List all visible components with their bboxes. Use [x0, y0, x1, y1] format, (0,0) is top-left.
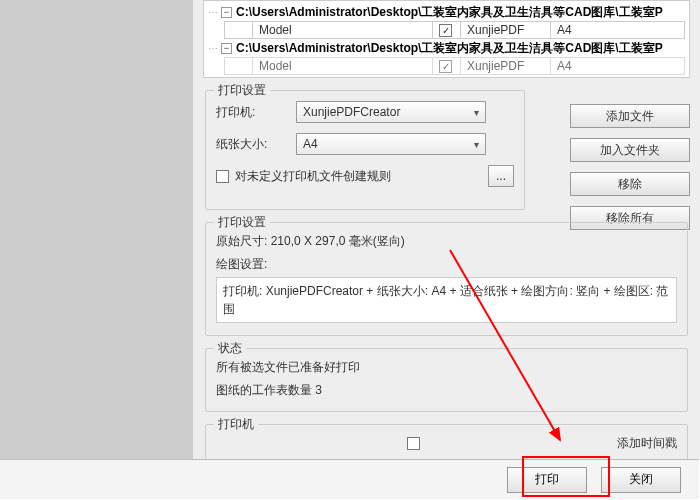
tree-connector-icon: ⋯ [208, 43, 217, 54]
add-file-button[interactable]: 添加文件 [570, 104, 690, 128]
collapse-icon[interactable]: − [221, 43, 232, 54]
tree-leaf-icon [224, 21, 252, 39]
main-panel: ⋯ − C:\Users\Administrator\Desktop\工装室内家… [193, 0, 700, 459]
file-path[interactable]: C:\Users\Administrator\Desktop\工装室内家具及卫生… [236, 40, 663, 57]
tree-leaf-icon [224, 57, 252, 75]
add-folder-button[interactable]: 加入文件夹 [570, 138, 690, 162]
check-cell[interactable]: ✓ [432, 21, 460, 39]
paper-size-select[interactable]: A4 [296, 133, 486, 155]
remove-button[interactable]: 移除 [570, 172, 690, 196]
timestamp-checkbox[interactable] [407, 437, 420, 450]
sheet-count-text: 图纸的工作表数量 3 [216, 382, 677, 399]
checkbox-icon[interactable]: ✓ [439, 24, 452, 37]
sidebar-background [0, 0, 193, 459]
paper-cell[interactable]: A4 [550, 57, 685, 75]
table-row[interactable]: Model ✓ XunjiePDF A4 [224, 21, 685, 39]
pdf-cell[interactable]: XunjiePDF [460, 21, 550, 39]
model-cell[interactable]: Model [252, 21, 432, 39]
plot-settings-label: 绘图设置: [216, 256, 677, 273]
group-legend: 打印机 [214, 416, 258, 433]
table-row[interactable]: Model ✓ XunjiePDF A4 [224, 57, 685, 75]
file-tree: ⋯ − C:\Users\Administrator\Desktop\工装室内家… [203, 0, 690, 78]
rule-checkbox-label: 对未定义打印机文件创建规则 [235, 168, 391, 185]
close-button[interactable]: 关闭 [601, 467, 681, 493]
tree-node[interactable]: ⋯ − C:\Users\Administrator\Desktop\工装室内家… [208, 39, 685, 57]
model-cell[interactable]: Model [252, 57, 432, 75]
more-button[interactable]: ... [488, 165, 514, 187]
printer-label: 打印机: [216, 104, 296, 121]
checkbox-icon[interactable]: ✓ [439, 60, 452, 73]
status-ready-text: 所有被选文件已准备好打印 [216, 359, 677, 376]
pdf-cell[interactable]: XunjiePDF [460, 57, 550, 75]
bottom-bar: 打印 关闭 [0, 459, 699, 499]
group-legend: 打印设置 [214, 82, 270, 99]
print-settings-group: 打印设置 打印机: XunjiePDFCreator 纸张大小: A4 对未定义… [205, 90, 525, 210]
file-path[interactable]: C:\Users\Administrator\Desktop\工装室内家具及卫生… [236, 4, 663, 21]
print-settings-detail-group: 打印设置 原始尺寸: 210,0 X 297,0 毫米(竖向) 绘图设置: 打印… [205, 222, 688, 336]
status-group: 状态 所有被选文件已准备好打印 图纸的工作表数量 3 [205, 348, 688, 412]
group-legend: 打印设置 [214, 214, 270, 231]
tree-node[interactable]: ⋯ − C:\Users\Administrator\Desktop\工装室内家… [208, 3, 685, 21]
paper-cell[interactable]: A4 [550, 21, 685, 39]
group-legend: 状态 [214, 340, 246, 357]
rule-checkbox[interactable] [216, 170, 229, 183]
timestamp-label: 添加时间戳 [617, 435, 677, 452]
paper-size-label: 纸张大小: [216, 136, 296, 153]
printer-select[interactable]: XunjiePDFCreator [296, 101, 486, 123]
plot-settings-value: 打印机: XunjiePDFCreator + 纸张大小: A4 + 适合纸张 … [216, 277, 677, 323]
original-size-text: 原始尺寸: 210,0 X 297,0 毫米(竖向) [216, 233, 677, 250]
tree-connector-icon: ⋯ [208, 7, 217, 18]
check-cell[interactable]: ✓ [432, 57, 460, 75]
print-button[interactable]: 打印 [507, 467, 587, 493]
collapse-icon[interactable]: − [221, 7, 232, 18]
